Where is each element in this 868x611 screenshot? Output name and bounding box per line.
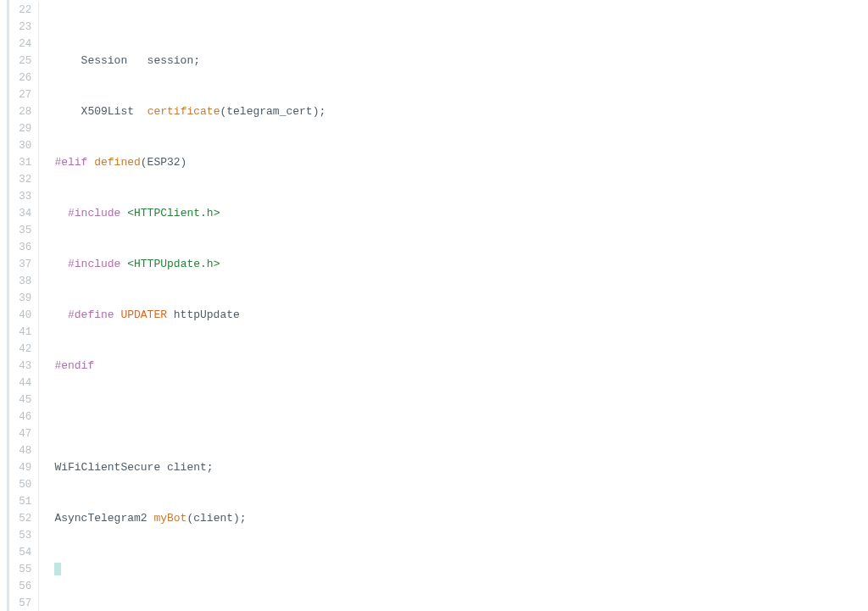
line-number: 39 — [0, 290, 31, 307]
code-line — [54, 408, 868, 425]
line-number: 46 — [0, 408, 31, 425]
preproc-token: #endif — [54, 359, 94, 372]
text-token: (ESP32) — [141, 156, 187, 169]
line-number: 38 — [0, 273, 31, 290]
text-token: httpUpdate — [167, 308, 240, 321]
code-line: #endif — [54, 358, 868, 375]
text-token: (telegram_cert); — [220, 105, 326, 118]
code-editor: 2223242526272829303132333435363738394041… — [0, 0, 868, 611]
line-number-gutter: 2223242526272829303132333435363738394041… — [0, 2, 39, 611]
type-token: X509List — [81, 105, 134, 118]
code-area[interactable]: Session session; X509List certificate(te… — [54, 2, 868, 611]
text-token: (client); — [186, 512, 246, 525]
preproc-token: #define — [68, 308, 114, 321]
line-number: 32 — [0, 171, 31, 188]
line-number: 28 — [0, 103, 31, 120]
line-number: 35 — [0, 222, 31, 239]
type-token: Session — [81, 54, 128, 67]
line-number: 42 — [0, 341, 31, 358]
preproc-token: #elif — [54, 156, 87, 169]
fn-token: myBot — [153, 512, 186, 525]
line-number: 30 — [0, 137, 31, 154]
editor-left-stripe — [7, 0, 9, 611]
line-number: 33 — [0, 188, 31, 205]
fn-token: defined — [94, 156, 141, 169]
macro-token: UPDATER — [120, 308, 167, 321]
include-token: <HTTPClient.h> — [127, 207, 220, 219]
line-number: 23 — [0, 19, 31, 36]
line-number: 43 — [0, 358, 31, 375]
line-number: 45 — [0, 392, 31, 408]
line-number: 31 — [0, 154, 31, 171]
line-number: 56 — [0, 578, 31, 595]
line-number: 24 — [0, 36, 31, 53]
line-number: 49 — [0, 459, 31, 476]
line-number: 25 — [0, 53, 31, 69]
code-line: #include <HTTPUpdate.h> — [54, 256, 868, 273]
code-line: Session session; — [54, 53, 868, 69]
line-number: 44 — [0, 375, 31, 392]
code-line: #include <HTTPClient.h> — [54, 205, 868, 222]
line-number: 50 — [0, 476, 31, 493]
line-number: 54 — [0, 544, 31, 561]
preproc-token: #include — [68, 207, 120, 219]
code-line — [54, 561, 868, 578]
line-number: 36 — [0, 239, 31, 256]
code-line: X509List certificate(telegram_cert); — [54, 103, 868, 120]
line-number: 48 — [0, 442, 31, 459]
preproc-token: #include — [68, 258, 120, 270]
code-line: AsyncTelegram2 myBot(client); — [54, 510, 868, 527]
line-number: 51 — [0, 493, 31, 510]
line-number: 27 — [0, 86, 31, 103]
line-number: 55 — [0, 561, 31, 578]
line-number: 34 — [0, 205, 31, 222]
fn-token: certificate — [147, 105, 220, 118]
code-line: #elif defined(ESP32) — [54, 154, 868, 171]
code-line: #define UPDATER httpUpdate — [54, 307, 868, 324]
text-token: session; — [127, 54, 200, 67]
line-number: 22 — [0, 2, 31, 19]
code-line: WiFiClientSecure client; — [54, 459, 868, 476]
line-number: 57 — [0, 595, 31, 611]
line-number: 26 — [0, 69, 31, 86]
line-number: 53 — [0, 527, 31, 544]
line-number: 52 — [0, 510, 31, 527]
text-token: WiFiClientSecure client; — [54, 461, 213, 474]
line-number: 37 — [0, 256, 31, 273]
space-token — [134, 105, 147, 118]
line-number: 40 — [0, 307, 31, 324]
line-number: 29 — [0, 120, 31, 137]
line-number: 47 — [0, 425, 31, 442]
include-token: <HTTPUpdate.h> — [127, 258, 220, 270]
line-number: 41 — [0, 324, 31, 341]
text-token: AsyncTelegram2 — [54, 512, 153, 525]
